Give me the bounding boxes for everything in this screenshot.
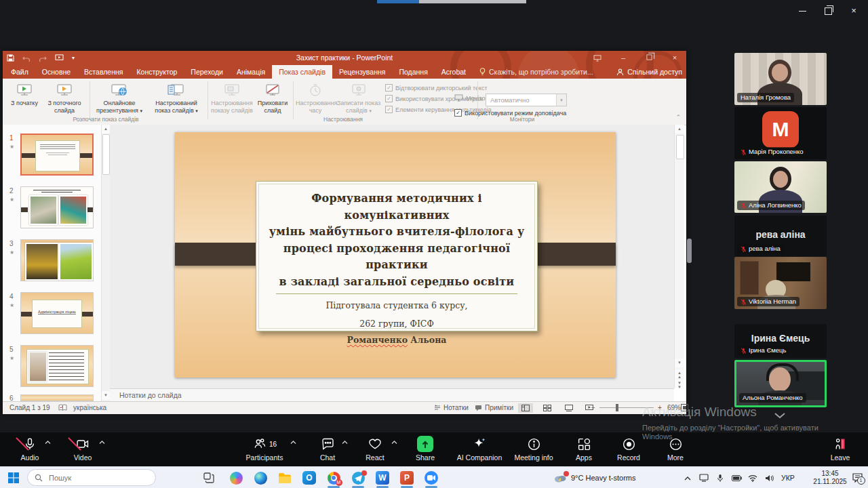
weather-icon[interactable]: [552, 470, 568, 486]
tray-mic-icon[interactable]: [712, 470, 728, 486]
redo-icon[interactable]: [39, 55, 47, 62]
monitor-dropdown[interactable]: Автоматично ▾: [486, 94, 567, 106]
tell-me-box[interactable]: Скажіть, що потрібно зробити...: [473, 65, 600, 79]
copilot-icon[interactable]: [228, 470, 244, 486]
gallery-collapse-chevron-icon[interactable]: [774, 412, 786, 419]
hide-slide-button[interactable]: Приховати слайд: [255, 81, 290, 114]
collapse-ribbon-icon[interactable]: ⌃: [675, 114, 681, 121]
tab-review[interactable]: Рецензування: [332, 65, 392, 79]
slide-thumbnail-2[interactable]: [20, 186, 94, 228]
tab-file[interactable]: Файл: [4, 65, 35, 79]
zoom-app-icon[interactable]: [423, 470, 439, 486]
audio-options-caret[interactable]: [45, 441, 51, 445]
tray-cast-icon[interactable]: [696, 470, 712, 486]
zoom-out-button[interactable]: −: [591, 402, 595, 413]
notes-button[interactable]: Нотатки: [434, 402, 469, 413]
tab-home[interactable]: Основне: [35, 65, 77, 79]
participant-tile-reva[interactable]: рева аліна рева аліна: [734, 216, 827, 256]
participants-options-caret[interactable]: [290, 441, 296, 445]
save-icon[interactable]: [7, 54, 14, 62]
ppt-restore-button[interactable]: [640, 51, 658, 65]
leave-button[interactable]: Leave: [816, 436, 864, 462]
language-status[interactable]: українська: [73, 402, 106, 413]
slide-thumbnail-3[interactable]: [20, 239, 94, 281]
ppt-display-icon[interactable]: [589, 51, 606, 65]
audio-button[interactable]: Audio: [0, 436, 60, 462]
file-explorer-icon[interactable]: [277, 470, 293, 486]
ppt-minimize-button[interactable]: –: [614, 51, 632, 65]
task-view-button[interactable]: [201, 470, 217, 486]
from-beginning-button[interactable]: З початку: [7, 81, 42, 107]
tab-view[interactable]: Подання: [392, 65, 434, 79]
tray-expand-chevron-icon[interactable]: [679, 470, 696, 486]
tray-volume-icon[interactable]: [761, 470, 777, 486]
telegram-icon[interactable]: [350, 470, 366, 486]
normal-view-button[interactable]: [518, 403, 533, 413]
taskbar-clock[interactable]: 13:45 21.11.2025: [811, 470, 849, 486]
edge-icon[interactable]: [252, 470, 269, 486]
video-button[interactable]: Video: [52, 436, 113, 462]
start-slideshow-icon[interactable]: [55, 54, 64, 62]
slide-thumbnail-4[interactable]: Адміністрація ліцею: [20, 292, 94, 334]
video-options-caret[interactable]: [99, 441, 105, 445]
slide-canvas[interactable]: Формування методичних і комунікативних у…: [175, 132, 616, 378]
slide-scrollbar[interactable]: ▲ ▼ ▲▲ ▼▼: [674, 125, 684, 388]
window-close-button[interactable]: ×: [844, 5, 864, 16]
tray-battery-icon[interactable]: [728, 470, 745, 486]
present-online-button[interactable]: Онлайнове презентування ▾: [92, 81, 146, 114]
participant-tile-iryna[interactable]: Ірина Ємець Ірина Ємець: [734, 324, 827, 358]
fit-to-window-icon[interactable]: [681, 404, 688, 411]
slide-thumbnail-1[interactable]: [20, 134, 94, 176]
participant-tile-maria[interactable]: M Марія Прокопенко: [734, 107, 827, 159]
start-button[interactable]: [5, 470, 22, 486]
share-access-button[interactable]: Спільний доступ: [616, 65, 682, 79]
ppt-close-button[interactable]: ×: [666, 51, 684, 65]
language-indicator[interactable]: УКР: [781, 467, 795, 488]
slide-thumbnail-5[interactable]: [20, 345, 94, 387]
word-icon[interactable]: W: [374, 470, 391, 486]
outlook-icon[interactable]: O: [301, 470, 317, 486]
notification-center-icon[interactable]: 1: [849, 470, 865, 486]
search-input[interactable]: [47, 473, 145, 483]
zoom-slider[interactable]: [599, 407, 654, 408]
taskbar-search-box[interactable]: [27, 469, 156, 486]
zoom-percent[interactable]: 69%: [667, 402, 681, 413]
participants-button[interactable]: 16 Participants: [234, 436, 295, 462]
window-minimize-button[interactable]: [792, 5, 812, 16]
tab-slideshow[interactable]: Показ слайдів: [272, 65, 332, 79]
proofing-icon[interactable]: [58, 404, 67, 411]
slide-thumbnail-6[interactable]: [20, 394, 94, 401]
thumbnail-scrollbar[interactable]: ▲ ▼: [101, 125, 110, 401]
zoom-slider-thumb[interactable]: [616, 404, 618, 411]
qat-customize-icon[interactable]: ▾: [72, 55, 75, 61]
comments-button[interactable]: Примітки: [475, 402, 513, 413]
tab-acrobat[interactable]: Acrobat: [435, 65, 473, 79]
participant-tile-natalia[interactable]: Наталія Громова: [734, 53, 827, 105]
window-restore-button[interactable]: [818, 7, 838, 17]
more-button[interactable]: More: [645, 436, 706, 462]
participant-tile-viktoriia[interactable]: Viktoriia Herman: [734, 257, 827, 309]
tab-animations[interactable]: Анімація: [230, 65, 272, 79]
previous-slide-icon[interactable]: ▲▲: [675, 369, 684, 378]
tab-design[interactable]: Конструктор: [130, 65, 184, 79]
from-current-slide-button[interactable]: З поточного слайда: [43, 81, 85, 114]
next-slide-icon[interactable]: ▼▼: [675, 380, 684, 388]
tab-transitions[interactable]: Переходи: [184, 65, 230, 79]
undo-icon[interactable]: [22, 55, 31, 62]
custom-slideshow-button[interactable]: Настроюваний показ слайдів ▾: [148, 81, 205, 114]
slide-title-card[interactable]: Формування методичних і комунікативних у…: [256, 181, 538, 331]
tray-wifi-icon[interactable]: [745, 470, 761, 486]
reading-view-button[interactable]: [561, 403, 576, 413]
participant-tile-alina[interactable]: Аліна Логвиненко: [734, 161, 827, 213]
slide-sorter-view-button[interactable]: [540, 403, 555, 413]
tab-insert[interactable]: Вставлення: [77, 65, 130, 79]
scroll-down-icon[interactable]: ▼: [102, 391, 110, 400]
weather-text[interactable]: 9°C Heavy t-storms: [571, 467, 635, 488]
zoom-in-button[interactable]: +: [658, 402, 662, 413]
chrome-icon[interactable]: M: [326, 470, 342, 486]
scroll-up-icon[interactable]: ▲: [675, 125, 684, 134]
ai-companion-button[interactable]: AI Companion: [449, 436, 510, 462]
scroll-down-icon[interactable]: ▼: [675, 359, 684, 367]
notes-pane[interactable]: Нотатки до слайда: [110, 388, 674, 401]
share-screen-button[interactable]: Share: [395, 436, 456, 462]
